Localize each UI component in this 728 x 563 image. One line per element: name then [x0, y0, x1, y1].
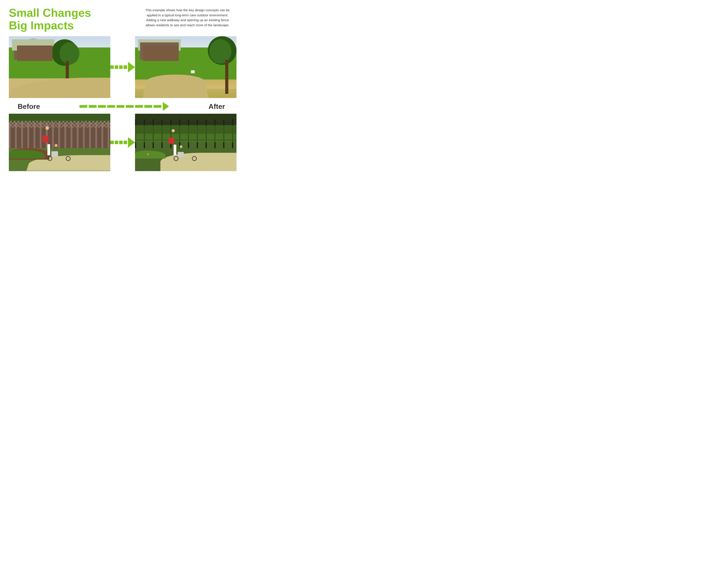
bench	[191, 70, 195, 73]
wheelchair-user-body	[51, 151, 58, 157]
title-block: Small Changes Big Impacts	[9, 7, 91, 32]
caregiver-body	[169, 137, 174, 144]
arrow-dot-3	[119, 65, 123, 69]
arrow-dot-2	[115, 65, 118, 69]
wheel-left	[47, 156, 52, 161]
person-legs	[47, 144, 50, 155]
arrow-dot-b3	[119, 141, 123, 144]
person-body	[42, 136, 49, 142]
header: Small Changes Big Impacts This example s…	[9, 7, 234, 32]
bushes-through-fence	[135, 125, 236, 142]
after-bottom-photo	[135, 114, 236, 171]
dash-6	[126, 105, 134, 108]
before-bottom-photo	[9, 114, 110, 171]
arrow-dot-1	[110, 65, 114, 69]
wheel-right-a	[192, 156, 197, 161]
fence-lattice	[9, 121, 110, 128]
building-upper	[12, 39, 54, 50]
title-line1: Small Changes	[9, 7, 91, 19]
before-label: Before	[18, 102, 40, 111]
arrow-dot-b1	[110, 141, 114, 144]
dash-5	[116, 105, 124, 108]
flower	[147, 153, 149, 155]
tree-canopy-2	[60, 42, 79, 64]
after-label: After	[208, 102, 225, 111]
bottom-images-row	[9, 114, 234, 171]
arrow-head-b	[128, 137, 135, 148]
top-arrow	[110, 62, 135, 72]
dash-9	[154, 105, 161, 108]
caregiver-legs	[174, 145, 176, 155]
top-images-row	[9, 36, 234, 98]
wheel-left-a	[174, 156, 178, 161]
caregiver-head	[172, 129, 175, 132]
title-line2: Big Impacts	[9, 19, 91, 32]
walkway	[160, 153, 236, 171]
long-arrow-head	[163, 102, 169, 111]
after-top-photo	[135, 36, 236, 98]
long-dashed-arrow	[40, 102, 208, 111]
dash-8	[144, 105, 152, 108]
arrow-head	[128, 62, 135, 72]
dash-4	[107, 105, 115, 108]
dash-1	[79, 105, 87, 108]
dash-3	[98, 105, 106, 108]
dash-2	[89, 105, 97, 108]
description-block: This example shows how the key design co…	[141, 7, 234, 28]
wheel-right	[66, 156, 71, 161]
tree-trunk-r	[225, 60, 228, 94]
bottom-arrow	[110, 137, 135, 148]
before-top-photo	[9, 36, 110, 98]
page: Small Changes Big Impacts This example s…	[0, 0, 243, 188]
fence-bar-top	[135, 122, 236, 123]
arrow-dot-4	[124, 65, 127, 69]
person-head	[45, 126, 49, 130]
before-after-row: Before After	[9, 100, 234, 113]
arrow-dot-b4	[124, 141, 127, 144]
dash-7	[135, 105, 143, 108]
arrow-dot-b2	[115, 141, 118, 144]
building-wall	[140, 42, 179, 60]
resident-body	[178, 152, 184, 157]
new-walkway	[143, 75, 208, 98]
